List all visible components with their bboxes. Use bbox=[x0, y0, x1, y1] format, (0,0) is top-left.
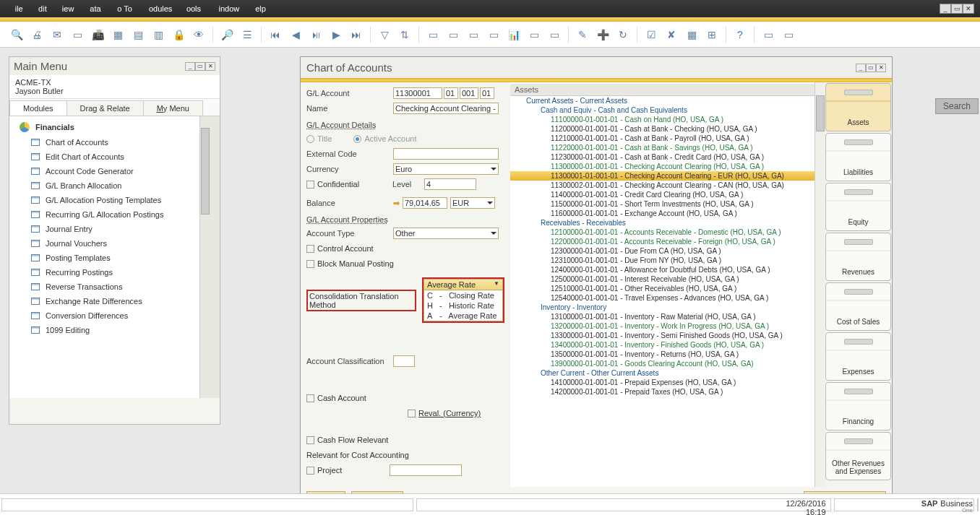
sidebar-item[interactable]: Posting Templates bbox=[9, 251, 210, 265]
pdf-icon[interactable]: ▥ bbox=[150, 27, 166, 43]
cashflow-check[interactable] bbox=[306, 436, 314, 444]
extcode-input[interactable] bbox=[393, 148, 499, 160]
misc2-icon[interactable]: ▭ bbox=[781, 27, 796, 43]
account-line[interactable]: 12100000-01-001-01 - Accounts Receivable… bbox=[510, 228, 825, 237]
minimize-button[interactable]: _ bbox=[940, 4, 951, 14]
drawer-otherrevenuesandexpenses[interactable]: Other Revenues and Expenses bbox=[825, 432, 891, 480]
sidebar-item[interactable]: Recurring Postings bbox=[9, 265, 210, 280]
doc5-icon[interactable]: ▭ bbox=[526, 27, 542, 43]
win-restore[interactable]: ▭ bbox=[866, 64, 876, 72]
mid-icon[interactable]: ⏯ bbox=[308, 27, 324, 43]
sidebar-item[interactable]: G/L Branch Allocation bbox=[9, 178, 210, 193]
doc1-icon[interactable]: ▭ bbox=[425, 27, 441, 43]
misc1-icon[interactable]: ▭ bbox=[760, 27, 776, 43]
account-line[interactable]: 12200000-01-001-01 - Accounts Receivable… bbox=[510, 237, 825, 246]
account-line[interactable]: 12540000-01-001-01 - Travel Expenses - A… bbox=[510, 293, 825, 303]
control-check[interactable] bbox=[306, 245, 314, 253]
panel-close[interactable]: ✕ bbox=[205, 62, 215, 71]
preview-icon[interactable]: 🔍 bbox=[9, 27, 25, 43]
first-icon[interactable]: ⏮ bbox=[267, 27, 283, 43]
search-button[interactable]: Search bbox=[935, 98, 979, 114]
fax-icon[interactable]: 📠 bbox=[90, 27, 106, 43]
confidential-check[interactable] bbox=[306, 181, 314, 189]
account-line[interactable]: 14200000-01-001-01 - Prepaid Taxes (HO, … bbox=[510, 387, 825, 397]
sort-icon[interactable]: ⇅ bbox=[397, 27, 413, 43]
win-close[interactable]: ✕ bbox=[876, 64, 886, 72]
panel-minimize[interactable]: _ bbox=[185, 62, 195, 71]
cal-icon[interactable]: ▦ bbox=[684, 27, 700, 43]
add-icon[interactable]: ➕ bbox=[595, 27, 611, 43]
drawer-revenues[interactable]: Revenues bbox=[825, 233, 891, 281]
edit-icon[interactable]: ✎ bbox=[575, 27, 590, 43]
name-input[interactable] bbox=[393, 103, 499, 114]
refresh-icon[interactable]: ↻ bbox=[615, 27, 631, 43]
account-line[interactable]: 11300002-01-001-01 - Checking Account Cl… bbox=[510, 181, 825, 190]
title-radio[interactable] bbox=[306, 135, 314, 143]
sidebar-item[interactable]: Account Code Generator bbox=[9, 164, 210, 178]
tab-mymenu[interactable]: My Menu bbox=[143, 100, 203, 116]
link-arrow-icon[interactable]: ➡ bbox=[393, 199, 400, 208]
level-input[interactable] bbox=[424, 178, 476, 190]
seg2-input[interactable] bbox=[460, 87, 478, 99]
sidebar-item[interactable]: Conversion Differences bbox=[9, 308, 210, 323]
cash-check[interactable] bbox=[306, 394, 314, 402]
block-check[interactable] bbox=[306, 260, 314, 268]
win-minimize[interactable]: _ bbox=[856, 64, 866, 72]
sidebar-item[interactable]: Reverse Transactions bbox=[9, 280, 210, 294]
sidebar-item-financials[interactable]: Financials bbox=[9, 119, 210, 135]
menu-modules[interactable]: Modules bbox=[138, 3, 177, 14]
chart-icon[interactable]: 📊 bbox=[506, 27, 522, 43]
reval-check[interactable] bbox=[408, 410, 416, 417]
search-icon[interactable]: 🔎 bbox=[219, 27, 235, 43]
account-line[interactable]: 13200000-01-001-01 - Inventory - Work In… bbox=[510, 321, 825, 331]
consol-option[interactable]: H - Historic Rate bbox=[424, 300, 502, 311]
class-input[interactable] bbox=[393, 355, 415, 367]
project-check[interactable] bbox=[306, 467, 314, 475]
account-line[interactable]: Receivables - Receivables bbox=[510, 218, 825, 228]
consol-option[interactable]: C - Closing Rate bbox=[424, 290, 502, 300]
account-line[interactable]: 11300001-01-001-01 - Checking Account Cl… bbox=[510, 171, 825, 181]
print-icon[interactable]: 🖨 bbox=[29, 27, 45, 43]
account-line[interactable]: Other Current - Other Current Assets bbox=[510, 368, 825, 378]
menu-view[interactable]: View bbox=[53, 3, 79, 14]
close-button[interactable]: ✕ bbox=[963, 4, 974, 14]
account-line[interactable]: Current Assets - Current Assets bbox=[510, 96, 825, 105]
drawer-liabilities[interactable]: Liabilities bbox=[825, 133, 891, 181]
drawer-equity[interactable]: Equity bbox=[825, 183, 891, 231]
account-line[interactable]: 12500000-01-001-01 - Interest Receivable… bbox=[510, 274, 825, 284]
drawer-expenses[interactable]: Expenses bbox=[825, 332, 891, 381]
sidebar-item[interactable]: G/L Allocation Posting Templates bbox=[9, 193, 210, 207]
account-line[interactable]: 11210000-01-001-01 - Cash at Bank - Payr… bbox=[510, 134, 825, 143]
filter-icon[interactable]: ▽ bbox=[377, 27, 392, 43]
menu-goto[interactable]: Go To bbox=[107, 3, 137, 14]
sidebar-item[interactable]: Chart of Accounts bbox=[9, 135, 210, 150]
sidebar-item[interactable]: Exchange Rate Differences bbox=[9, 294, 210, 308]
menu-data[interactable]: Data bbox=[79, 3, 105, 14]
account-line[interactable]: 11220000-01-001-01 - Cash at Bank - Savi… bbox=[510, 143, 825, 152]
account-line[interactable]: 12400000-01-001-01 - Allowance for Doubt… bbox=[510, 265, 825, 274]
help-icon[interactable]: ? bbox=[732, 27, 748, 43]
account-line[interactable]: 13900000-01-001-01 - Goods Clearing Acco… bbox=[510, 359, 825, 368]
account-line[interactable]: 11300000-01-001-01 - Checking Account Cl… bbox=[510, 162, 825, 171]
currency-select[interactable]: Euro bbox=[393, 163, 499, 175]
menu-tools[interactable]: Tools bbox=[178, 3, 205, 14]
account-line[interactable]: 13400000-01-001-01 - Inventory - Finishe… bbox=[510, 340, 825, 350]
account-line[interactable]: 14100000-01-001-01 - Prepaid Expenses (H… bbox=[510, 378, 825, 387]
menu-window[interactable]: Window bbox=[207, 3, 244, 14]
consol-dropdown[interactable]: Average Rate C - Closing RateH - Histori… bbox=[424, 279, 503, 321]
gl-account-input[interactable] bbox=[393, 87, 442, 99]
sidebar-scrollbar[interactable] bbox=[199, 116, 210, 398]
sidebar-item[interactable]: Recurring G/L Allocation Postings bbox=[9, 207, 210, 222]
menu-help[interactable]: Help bbox=[245, 3, 270, 14]
form-icon[interactable]: ☰ bbox=[239, 27, 255, 43]
balance-cur-select[interactable]: EUR bbox=[450, 197, 495, 209]
account-line[interactable]: 13500000-01-001-01 - Inventory - Returns… bbox=[510, 350, 825, 359]
doc4-icon[interactable]: ▭ bbox=[486, 27, 502, 43]
drawer-costofsales[interactable]: Cost of Sales bbox=[825, 282, 891, 331]
sidebar-item[interactable]: Journal Entry bbox=[9, 222, 210, 236]
account-line[interactable]: 11230000-01-001-01 - Cash at Bank - Cred… bbox=[510, 152, 825, 162]
consol-option[interactable]: A - Average Rate bbox=[424, 311, 502, 321]
tab-dragrelate[interactable]: Drag & Relate bbox=[66, 100, 144, 116]
seg1-input[interactable] bbox=[444, 87, 458, 99]
account-line[interactable]: 11400000-01-001-01 - Credit Card Clearin… bbox=[510, 190, 825, 199]
